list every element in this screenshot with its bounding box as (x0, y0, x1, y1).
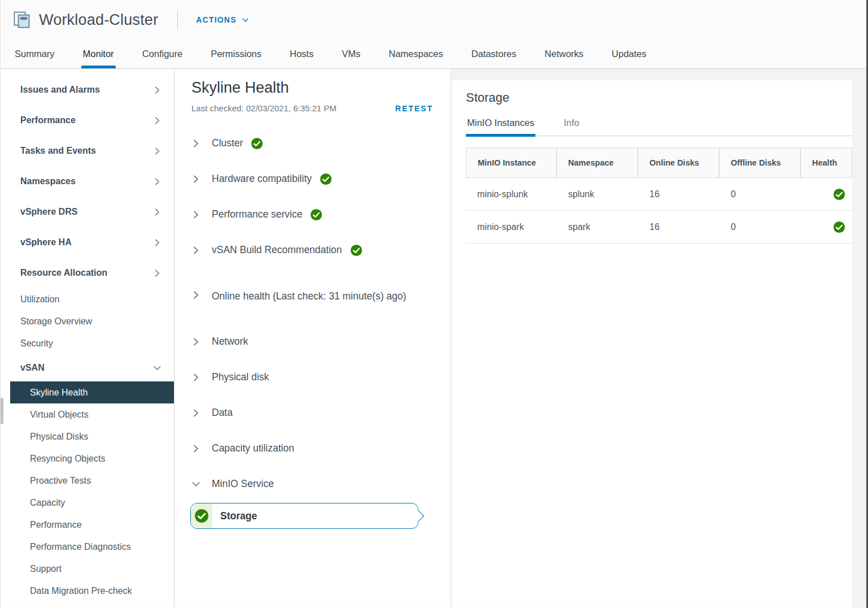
sidebar-item-virtual-objects[interactable]: Virtual Objects (1, 403, 174, 425)
health-item-online-health[interactable]: Online health (Last check: 31 minute(s) … (191, 268, 450, 324)
sidebar-item-namespaces[interactable]: Namespaces (1, 166, 174, 197)
success-check-icon (833, 188, 845, 201)
health-item-label: Online health (Last check: 31 minute(s) … (212, 286, 406, 306)
minio-instances-table: MinIO Instance Namespace Online Disks Of… (466, 147, 852, 244)
health-item-performance-service[interactable]: Performance service (191, 197, 450, 232)
health-item-label: Physical disk (212, 371, 269, 383)
health-item-label: Cluster (212, 137, 243, 149)
monitor-content: Issues and Alarms Performance Tasks and … (1, 69, 868, 607)
health-item-data[interactable]: Data (191, 395, 450, 431)
health-item-label: Data (212, 407, 233, 419)
sidebar-item-performance-diagnostics[interactable]: Performance Diagnostics (1, 536, 174, 558)
column-header-namespace[interactable]: Namespace (557, 147, 638, 178)
health-item-label: Hardware compatibility (212, 173, 312, 185)
sidebar-item-support[interactable]: Support (1, 558, 174, 580)
chevron-right-icon (191, 139, 200, 148)
cluster-icon (13, 11, 31, 29)
sidebar-item-performance[interactable]: Performance (1, 105, 174, 136)
chevron-right-icon (153, 147, 162, 155)
sidebar-item-label: vSphere HA (20, 237, 72, 247)
tab-namespaces[interactable]: Namespaces (387, 40, 444, 68)
tab-monitor[interactable]: Monitor (81, 40, 116, 68)
health-item-physical-disk[interactable]: Physical disk (191, 359, 450, 395)
health-item-network[interactable]: Network (191, 324, 450, 359)
sidebar-item-label: Tasks and Events (20, 146, 96, 156)
column-header-health[interactable]: Health (801, 147, 852, 178)
tab-networks[interactable]: Networks (543, 40, 585, 68)
chevron-right-icon (191, 210, 200, 219)
health-item-vsan-build-recommendation[interactable]: vSAN Build Recommendation (191, 232, 450, 268)
column-header-offline-disks[interactable]: Offline Disks (719, 147, 801, 178)
tab-updates[interactable]: Updates (610, 40, 648, 68)
sidebar-item-resource-allocation[interactable]: Resource Allocation (1, 258, 174, 288)
cell-instance: minio-splunk (466, 178, 557, 211)
success-check-icon (320, 173, 332, 185)
sidebar-item-label: Performance (20, 115, 76, 125)
sidebar-item-resyncing-objects[interactable]: Resyncing Objects (1, 448, 174, 470)
tab-summary[interactable]: Summary (13, 40, 56, 68)
table-row-minio-spark[interactable]: minio-spark spark 16 0 (466, 211, 852, 244)
storage-detail-panel: Storage MinIO Instances Info MinIO Insta… (452, 80, 852, 607)
sidebar-item-vsan[interactable]: vSAN (1, 354, 174, 381)
cell-namespace: splunk (557, 178, 638, 211)
sidebar-item-performance-vsan[interactable]: Performance (1, 514, 174, 536)
sidebar-item-storage-overview[interactable]: Storage Overview (1, 310, 174, 332)
sidebar-item-skyline-health[interactable]: Skyline Health (10, 381, 174, 403)
sidebar-item-security[interactable]: Security (1, 332, 174, 354)
tab-configure[interactable]: Configure (141, 40, 185, 68)
detail-title: Storage (466, 90, 852, 105)
column-header-minio-instance[interactable]: MinIO Instance (466, 147, 557, 178)
sidebar-item-proactive-tests[interactable]: Proactive Tests (1, 470, 174, 492)
page-title: Workload-Cluster (39, 11, 158, 29)
tab-permissions[interactable]: Permissions (209, 40, 263, 68)
sidebar-item-vsphere-drs[interactable]: vSphere DRS (1, 197, 174, 227)
success-check-icon (194, 509, 209, 523)
health-item-label: vSAN Build Recommendation (212, 244, 342, 256)
health-item-label: Performance service (212, 209, 302, 220)
tab-datastores[interactable]: Datastores (470, 40, 518, 68)
sidebar-item-label: Resource Allocation (20, 268, 107, 278)
cell-online-disks: 16 (638, 211, 719, 244)
tab-info[interactable]: Info (562, 116, 581, 136)
health-item-hardware-compatibility[interactable]: Hardware compatibility (191, 161, 450, 197)
column-header-online-disks[interactable]: Online Disks (638, 147, 719, 178)
callout-arrow (413, 510, 424, 522)
chevron-right-icon (153, 269, 162, 277)
status-strip (191, 503, 212, 528)
actions-button[interactable]: ACTIONS (196, 15, 248, 24)
sidebar-item-capacity[interactable]: Capacity (1, 492, 174, 514)
cell-online-disks: 16 (638, 178, 719, 211)
cell-health (801, 178, 852, 211)
health-item-label: MinIO Service (212, 478, 274, 490)
health-item-capacity-utilization[interactable]: Capacity utilization (191, 431, 450, 466)
health-item-storage-selected[interactable]: Storage (190, 503, 418, 529)
chevron-down-icon (153, 364, 162, 372)
sidebar-resize-handle[interactable] (1, 398, 3, 424)
actions-label: ACTIONS (196, 15, 236, 24)
chevron-right-icon (191, 175, 200, 184)
cell-instance: minio-spark (466, 211, 557, 244)
chevron-right-icon (191, 337, 200, 346)
cell-offline-disks: 0 (719, 178, 801, 211)
health-item-minio-service[interactable]: MinIO Service (191, 466, 450, 502)
sidebar-item-physical-disks[interactable]: Physical Disks (1, 425, 174, 448)
health-item-cluster[interactable]: Cluster (191, 125, 450, 161)
sidebar-item-utilization[interactable]: Utilization (1, 288, 174, 310)
success-check-icon (310, 209, 322, 221)
last-checked-row: Last checked: 02/03/2021, 6:35:21 PM RET… (191, 103, 433, 113)
table-header-row: MinIO Instance Namespace Online Disks Of… (466, 147, 852, 178)
sidebar-item-issues-and-alarms[interactable]: Issues and Alarms (1, 75, 174, 105)
sidebar-item-data-migration-pre-check[interactable]: Data Migration Pre-check (1, 580, 174, 602)
sidebar-item-tasks-and-events[interactable]: Tasks and Events (1, 136, 174, 166)
vsphere-client-window: Workload-Cluster ACTIONS Summary Monitor… (0, 0, 868, 608)
tab-hosts[interactable]: Hosts (288, 40, 315, 68)
divider (177, 10, 178, 30)
sidebar-item-vsphere-ha[interactable]: vSphere HA (1, 227, 174, 258)
chevron-right-icon (153, 238, 162, 247)
tab-vms[interactable]: VMs (340, 40, 362, 68)
tab-minio-instances[interactable]: MinIO Instances (466, 116, 535, 136)
chevron-right-icon (191, 444, 200, 453)
chevron-right-icon (191, 409, 200, 418)
retest-button[interactable]: RETEST (395, 104, 433, 113)
table-row-minio-splunk[interactable]: minio-splunk splunk 16 0 (466, 178, 852, 211)
